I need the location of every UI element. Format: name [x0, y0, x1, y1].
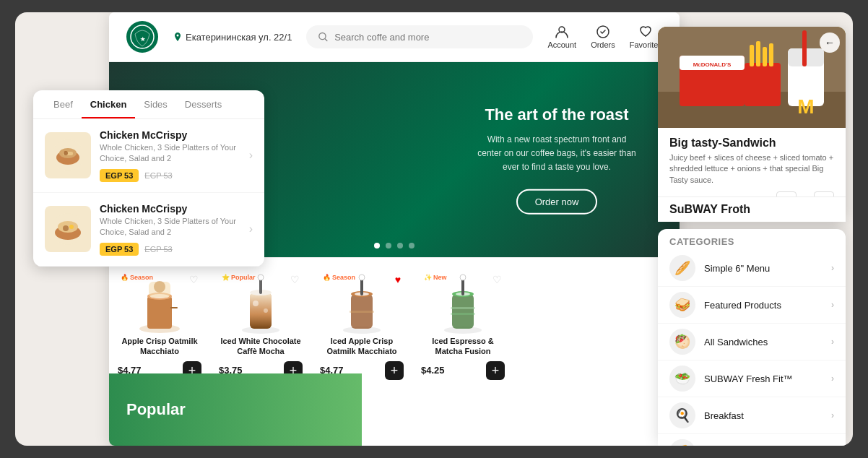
chicken-price-row-2: EGP 53 EGP 53: [100, 243, 240, 256]
chicken-desc-2: Whole Chicken, 3 Side Platters of Your C…: [100, 216, 240, 238]
drink-name-2: Iced White Chocolate Caffè Mocha: [219, 336, 303, 357]
chicken-price-row-1: EGP 53 EGP 53: [100, 169, 240, 182]
cat-icon-pizza: 🍕: [669, 439, 695, 446]
nav-orders[interactable]: Orders: [591, 25, 615, 49]
cat-icon-featured: 🥪: [669, 292, 695, 318]
badge-label-4: New: [433, 274, 447, 281]
cat-name-sandwiches: All Sandwiches: [704, 337, 823, 347]
add-btn-3[interactable]: +: [385, 361, 404, 380]
chicken-info-1: Chicken McCrispy Whole Chicken, 3 Side P…: [100, 129, 240, 182]
svg-rect-68: [769, 43, 773, 66]
drink-card-3: 🔥 Season ♥ Iced Apple Crisp Oatmilk Macc…: [311, 265, 412, 386]
subway-panel: Categories 🥖 Simple 6" Menu › 🥪 Featured…: [658, 229, 846, 446]
svg-rect-48: [451, 313, 475, 315]
search-icon: [318, 31, 329, 43]
chicken-item-2[interactable]: Chicken McCrispy Whole Chicken, 3 Side P…: [33, 193, 264, 267]
cat-personal-pizza[interactable]: 🍕 Personal Pizza ›: [658, 434, 846, 446]
location-icon: [173, 32, 183, 42]
cat-name-featured: Featured Products: [704, 300, 823, 311]
hero-dot-3[interactable]: [397, 243, 403, 249]
svg-text:McDONALD'S: McDONALD'S: [693, 61, 732, 68]
search-input[interactable]: [334, 32, 521, 43]
chicken-price-badge-1: EGP 53: [100, 169, 139, 182]
drink-card-4: ✨ New ♡ Iced Espresso & Matcha Fusion $4: [412, 265, 513, 386]
svg-point-46: [460, 275, 466, 280]
cat-chevron-sandwiches: ›: [831, 337, 834, 347]
drink-name-1: Apple Crisp Oatmilk Macchiato: [118, 336, 201, 357]
svg-rect-20: [147, 296, 172, 329]
cat-chevron-breakfast: ›: [831, 410, 834, 420]
chicken-menu-panel: Beef Chicken Sides Desserts Chicken McCr…: [33, 90, 264, 267]
chicken-item-1[interactable]: Chicken McCrispy Whole Chicken, 3 Side P…: [33, 119, 264, 193]
svg-point-57: [63, 225, 69, 231]
cat-simple-6-menu[interactable]: 🥖 Simple 6" Menu ›: [658, 250, 846, 287]
svg-rect-28: [250, 293, 272, 329]
chicken-tabs: Beef Chicken Sides Desserts: [33, 90, 264, 119]
nav-account-label: Account: [547, 40, 576, 49]
hero-dots: [374, 243, 415, 249]
heart-btn-2[interactable]: ♡: [290, 274, 300, 285]
nav-account[interactable]: Account: [547, 25, 576, 49]
badge-icon-3: 🔥: [323, 274, 331, 281]
svg-rect-67: [763, 47, 767, 66]
popular-banner: Popular: [109, 373, 362, 446]
chicken-price-old-1: EGP 53: [144, 171, 172, 180]
cat-icon-breakfast: 🍳: [669, 402, 695, 428]
order-now-button[interactable]: Order now: [516, 189, 598, 214]
cat-name-fresh-fit: SUBWAY Fresh Fit™: [704, 373, 823, 384]
heart-btn-3[interactable]: ♥: [395, 274, 401, 285]
cat-chevron-simple-6: ›: [831, 263, 834, 273]
drink-badge-4: ✨ New: [424, 274, 447, 281]
cat-breakfast[interactable]: 🍳 Breakfast ›: [658, 397, 846, 434]
drinks-row: 🔥 Season ♡ Apple Crisp Oatmilk Macchiato…: [109, 257, 680, 393]
chicken-img-2: [50, 211, 86, 247]
svg-point-53: [64, 151, 68, 155]
add-btn-4[interactable]: +: [486, 361, 505, 380]
chicken-name-2: Chicken McCrispy: [100, 203, 240, 215]
popular-label: Popular: [126, 400, 186, 419]
tab-beef[interactable]: Beef: [45, 90, 82, 118]
chicken-desc-1: Whole Chicken, 3 Side Platters of Your C…: [100, 142, 240, 165]
cat-all-sandwiches[interactable]: 🥙 All Sandwiches ›: [658, 324, 846, 360]
location-label[interactable]: Екатерининская ул. 22/1: [173, 32, 292, 43]
cat-chevron-featured: ›: [831, 300, 834, 310]
location-text: Екатерининская ул. 22/1: [186, 32, 292, 43]
chevron-right-2: ›: [249, 222, 253, 236]
drink-badge-3: 🔥 Season: [323, 274, 355, 281]
sb-header: ★ Екатерининская ул. 22/1: [109, 12, 680, 62]
person-icon: [555, 25, 569, 39]
mc-title: Big tasty-Sandwich: [669, 137, 834, 150]
cat-name-simple-6: Simple 6" Menu: [704, 263, 823, 274]
drink-card-2: ⭐ Popular ♡: [210, 265, 311, 386]
svg-point-58: [69, 225, 74, 229]
cat-subway-fresh-fit[interactable]: 🥗 SUBWAY Fresh Fit™ ›: [658, 360, 846, 397]
badge-icon-4: ✨: [424, 274, 432, 281]
tab-desserts[interactable]: Desserts: [176, 90, 230, 118]
hero-dot-4[interactable]: [409, 243, 415, 249]
heart-btn-1[interactable]: ♡: [189, 274, 199, 285]
drink-price-row-4: $4.25 +: [421, 361, 505, 380]
mc-desc: Juicy beef + slices of cheese + sliced t…: [669, 152, 834, 186]
hero-text: The art of the roast With a new roast sp…: [477, 105, 636, 215]
heart-btn-4[interactable]: ♡: [492, 274, 502, 285]
chevron-right-1: ›: [249, 149, 253, 162]
hero-dot-1[interactable]: [374, 243, 380, 249]
svg-point-39: [359, 275, 365, 280]
svg-text:M: M: [797, 95, 814, 118]
mc-back-button[interactable]: ←: [820, 33, 840, 53]
hero-dot-2[interactable]: [386, 243, 391, 249]
starbucks-logo: ★: [126, 21, 158, 53]
drink-name-4: Iced Espresso & Matcha Fusion: [421, 336, 505, 357]
search-bar[interactable]: [306, 25, 533, 48]
chicken-price-badge-2: EGP 53: [100, 243, 139, 256]
cat-featured-products[interactable]: 🥪 Featured Products ›: [658, 287, 846, 324]
cat-icon-simple-6: 🥖: [669, 255, 695, 281]
drink-badge-1: 🔥 Season: [121, 274, 153, 281]
svg-point-30: [253, 301, 259, 306]
tab-chicken[interactable]: Chicken: [82, 90, 136, 118]
tab-sides[interactable]: Sides: [135, 90, 176, 118]
svg-rect-66: [756, 41, 760, 66]
orders-icon: [596, 25, 610, 39]
drink-badge-2: ⭐ Popular: [222, 274, 256, 281]
mc-hero-svg: McDONALD'S M: [658, 27, 846, 128]
